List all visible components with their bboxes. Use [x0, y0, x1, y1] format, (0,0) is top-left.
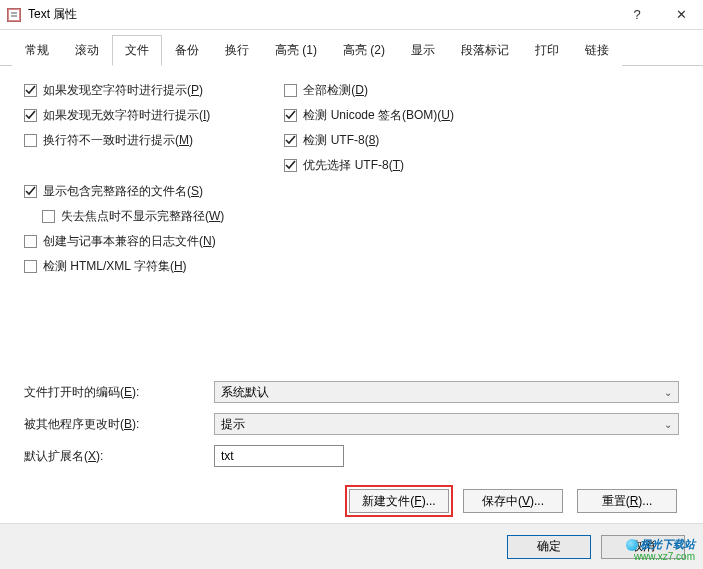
- ok-button[interactable]: 确定: [507, 535, 591, 559]
- tab-wrap[interactable]: 换行: [212, 35, 262, 66]
- check-label: 失去焦点时不显示完整路径(W): [61, 208, 224, 225]
- tab-print[interactable]: 打印: [522, 35, 572, 66]
- svg-rect-1: [9, 10, 19, 20]
- check-html-xml-charset[interactable]: 检测 HTML/XML 字符集(H): [24, 258, 224, 275]
- checkbox-icon[interactable]: [284, 159, 297, 172]
- check-label: 显示包含完整路径的文件名(S): [43, 183, 203, 200]
- label-encoding: 文件打开时的编码(E):: [24, 384, 204, 401]
- window-title: Text 属性: [28, 6, 615, 23]
- check-invalid-char[interactable]: 如果发现无效字符时进行提示(I): [24, 107, 224, 124]
- checkbox-area: 如果发现空字符时进行提示(P) 如果发现无效字符时进行提示(I) 换行符不一致时…: [24, 82, 679, 275]
- check-label: 检测 Unicode 签名(BOM)(U): [303, 107, 454, 124]
- tab-backup[interactable]: 备份: [162, 35, 212, 66]
- tab-highlight1[interactable]: 高亮 (1): [262, 35, 330, 66]
- tab-file[interactable]: 文件: [112, 35, 162, 66]
- check-lineend-mismatch[interactable]: 换行符不一致时进行提示(M): [24, 132, 224, 149]
- checkbox-icon[interactable]: [284, 109, 297, 122]
- tab-scroll[interactable]: 滚动: [62, 35, 112, 66]
- check-label: 检测 UTF-8(8): [303, 132, 379, 149]
- check-detect-utf8[interactable]: 检测 UTF-8(8): [284, 132, 454, 149]
- row-encoding: 文件打开时的编码(E): 系统默认 ⌄: [24, 381, 679, 403]
- form-rows: 文件打开时的编码(E): 系统默认 ⌄ 被其他程序更改时(B): 提示 ⌄ 默认…: [24, 381, 679, 467]
- row-modified: 被其他程序更改时(B): 提示 ⌄: [24, 413, 679, 435]
- check-detect-bom[interactable]: 检测 Unicode 签名(BOM)(U): [284, 107, 454, 124]
- checkbox-icon[interactable]: [284, 84, 297, 97]
- checkbox-icon[interactable]: [24, 185, 37, 198]
- action-row: 新建文件(F)... 保存中(V)... 重置(R)...: [24, 489, 679, 513]
- tab-marks[interactable]: 段落标记: [448, 35, 522, 66]
- check-label: 创建与记事本兼容的日志文件(N): [43, 233, 216, 250]
- titlebar: Text 属性 ? ✕: [0, 0, 703, 30]
- tab-content: 如果发现空字符时进行提示(P) 如果发现无效字符时进行提示(I) 换行符不一致时…: [0, 66, 703, 523]
- left-checks: 如果发现空字符时进行提示(P) 如果发现无效字符时进行提示(I) 换行符不一致时…: [24, 82, 224, 275]
- tab-link[interactable]: 链接: [572, 35, 622, 66]
- select-encoding[interactable]: 系统默认 ⌄: [214, 381, 679, 403]
- checkbox-icon[interactable]: [24, 109, 37, 122]
- tabstrip: 常规 滚动 文件 备份 换行 高亮 (1) 高亮 (2) 显示 段落标记 打印 …: [0, 30, 703, 66]
- tab-highlight2[interactable]: 高亮 (2): [330, 35, 398, 66]
- tab-display[interactable]: 显示: [398, 35, 448, 66]
- checkbox-icon[interactable]: [284, 134, 297, 147]
- checkbox-icon[interactable]: [24, 235, 37, 248]
- check-label: 全部检测(D): [303, 82, 368, 99]
- checkbox-icon[interactable]: [24, 134, 37, 147]
- select-value: 系统默认: [221, 384, 269, 401]
- app-icon: [6, 7, 22, 23]
- input-default-ext[interactable]: [214, 445, 344, 467]
- checkbox-icon[interactable]: [24, 260, 37, 273]
- check-label: 如果发现空字符时进行提示(P): [43, 82, 203, 99]
- help-button[interactable]: ?: [615, 0, 659, 30]
- check-null-char[interactable]: 如果发现空字符时进行提示(P): [24, 82, 224, 99]
- cancel-button[interactable]: 取消: [601, 535, 685, 559]
- check-label: 优先选择 UTF-8(T): [303, 157, 404, 174]
- chevron-down-icon: ⌄: [664, 387, 672, 398]
- check-label: 检测 HTML/XML 字符集(H): [43, 258, 187, 275]
- check-hide-fullpath-unfocus[interactable]: 失去焦点时不显示完整路径(W): [42, 208, 224, 225]
- check-label: 如果发现无效字符时进行提示(I): [43, 107, 210, 124]
- label-default-ext: 默认扩展名(X):: [24, 448, 204, 465]
- check-notepad-log[interactable]: 创建与记事本兼容的日志文件(N): [24, 233, 224, 250]
- tab-general[interactable]: 常规: [12, 35, 62, 66]
- label-modified: 被其他程序更改时(B):: [24, 416, 204, 433]
- saving-button[interactable]: 保存中(V)...: [463, 489, 563, 513]
- close-button[interactable]: ✕: [659, 0, 703, 30]
- chevron-down-icon: ⌄: [664, 419, 672, 430]
- check-detect-all[interactable]: 全部检测(D): [284, 82, 454, 99]
- select-value: 提示: [221, 416, 245, 433]
- check-prefer-utf8[interactable]: 优先选择 UTF-8(T): [284, 157, 454, 174]
- check-fullpath[interactable]: 显示包含完整路径的文件名(S): [24, 183, 224, 200]
- check-label: 换行符不一致时进行提示(M): [43, 132, 193, 149]
- reset-button[interactable]: 重置(R)...: [577, 489, 677, 513]
- checkbox-icon[interactable]: [24, 84, 37, 97]
- new-file-button[interactable]: 新建文件(F)...: [349, 489, 449, 513]
- right-checks: 全部检测(D) 检测 Unicode 签名(BOM)(U) 检测 UTF-8(8…: [284, 82, 454, 275]
- select-modified[interactable]: 提示 ⌄: [214, 413, 679, 435]
- checkbox-icon[interactable]: [42, 210, 55, 223]
- row-default-ext: 默认扩展名(X):: [24, 445, 679, 467]
- dialog-footer: 确定 取消: [0, 523, 703, 569]
